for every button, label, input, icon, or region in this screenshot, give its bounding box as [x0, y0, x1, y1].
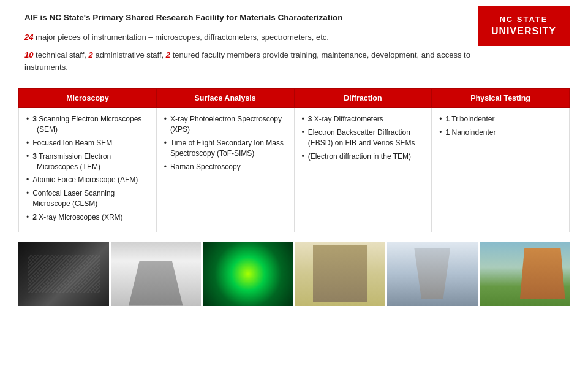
list-item: 3 X-ray Diffractometers — [302, 114, 424, 125]
list-item: Atomic Force Microscope (AFM) — [26, 175, 149, 185]
list-item: Focused Ion Beam SEM — [26, 138, 149, 148]
list-item: 2 X-ray Microscopes (XRM) — [26, 212, 149, 223]
list-item: X-ray Photoelectron Spectroscopy (XPS) — [164, 114, 287, 135]
staff-num3: 2 — [166, 50, 170, 59]
instruments-count: 24 — [24, 33, 33, 42]
col-physical: Physical Testing — [432, 89, 570, 108]
ncstate-logo: NC STATE UNIVERSITY — [478, 6, 570, 46]
surface-cell: X-ray Photoelectron Spectroscopy (XPS) T… — [156, 108, 294, 232]
staff-stat: 10 technical staff, 2 administrative sta… — [24, 49, 478, 73]
photo-instrument2 — [387, 242, 478, 306]
instruments-stat: 24 major pieces of instrumentation – mic… — [24, 31, 478, 44]
col-microscopy: Microscopy — [19, 89, 157, 108]
list-item: Electron Backscatter Diffraction (EBSD) … — [302, 128, 424, 148]
logo-line2: UNIVERSITY — [491, 25, 556, 38]
microscopy-cell: 3 Scanning Electron Microscopes (SEM) Fo… — [19, 108, 157, 232]
col-diffraction: Diffraction — [294, 89, 432, 108]
instrument-table: Microscopy Surface Analysis Diffraction … — [18, 88, 570, 232]
photo-lab-equipment — [295, 242, 386, 306]
list-item: Raman Spectroscopy — [164, 162, 287, 172]
list-item: Confocal Laser Scanning Microscope (CLSM… — [26, 188, 149, 209]
col-surface: Surface Analysis — [156, 89, 294, 108]
logo-line1: NC STATE — [499, 15, 548, 25]
photo-building — [480, 242, 570, 306]
photo-sem — [18, 242, 109, 306]
photo-instrument1 — [111, 242, 202, 306]
page: AIF is NC State's Primary Shared Researc… — [0, 0, 588, 368]
list-item: 3 Scanning Electron Microscopes (SEM) — [26, 114, 149, 135]
diffraction-cell: 3 X-ray Diffractometers Electron Backsca… — [294, 108, 432, 232]
physical-cell: 1 Triboindenter 1 Nanoindenter — [432, 108, 570, 232]
header-text: AIF is NC State's Primary Shared Researc… — [24, 12, 478, 73]
list-item: Time of Flight Secondary Ion Mass Spectr… — [164, 138, 287, 159]
list-item: 1 Nanoindenter — [439, 128, 562, 138]
tagline: AIF is NC State's Primary Shared Researc… — [24, 12, 478, 24]
staff-num2: 2 — [89, 50, 93, 59]
list-item: 3 Transmission Electron Microscopes (TEM… — [26, 151, 149, 172]
list-item: 1 Triboindenter — [439, 114, 562, 125]
header: AIF is NC State's Primary Shared Researc… — [0, 0, 588, 79]
photo-green-microscopy — [203, 242, 293, 306]
staff-num1: 10 — [24, 50, 33, 59]
list-item: (Electron diffraction in the TEM) — [302, 151, 424, 162]
photo-strip — [18, 242, 570, 306]
